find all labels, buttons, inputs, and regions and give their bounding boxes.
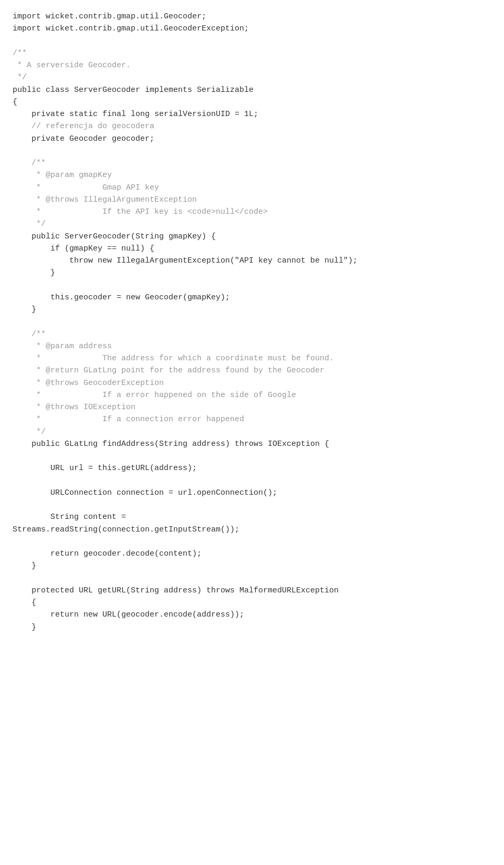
line-49: { [13,598,36,607]
line-18: */ [13,220,46,228]
line-22: } [13,268,55,277]
line-28: * @param address [13,342,112,351]
line-38: URL url = this.getURL(address); [13,464,197,473]
line-19: public ServerGeocoder(String gmapKey) { [13,232,216,241]
line-33: * @throws IOException [13,403,135,412]
line-45: return geocoder.decode(content); [13,549,202,558]
line-15: * Gmap API key [13,183,159,192]
line-7: public class ServerGeocoder implements S… [13,86,254,95]
line-10: // referencja do geocodera [13,122,154,131]
line-21: throw new IllegalArgumentException("API … [13,256,358,265]
line-46: } [13,561,36,570]
line-25: } [13,305,36,314]
line-29: * The address for which a coordinate mus… [13,354,334,363]
line-48: protected URL getURL(String address) thr… [13,586,339,595]
line-1: import wicket.contrib.gmap.util.Geocoder… [13,12,206,21]
line-35: */ [13,428,46,436]
line-16: * @throws IllegalArgumentException [13,195,197,204]
line-13: /** [13,159,46,168]
line-24: this.geocoder = new Geocoder(gmapKey); [13,293,230,302]
line-36: public GLatLng findAddress(String addres… [13,440,329,449]
code-container: import wicket.contrib.gmap.util.Geocoder… [0,0,504,865]
code-block: import wicket.contrib.gmap.util.Geocoder… [13,11,491,633]
line-30: * @return GLatLng point for the address … [13,366,324,375]
line-43: Streams.readString(connection.getInputSt… [13,525,239,534]
line-34: * If a connection error happened [13,415,244,424]
line-8: { [13,98,17,107]
line-32: * If a error happened on the side of Goo… [13,391,296,400]
line-42: String content = [13,513,126,522]
line-20: if (gmapKey == null) { [13,244,154,253]
line-40: URLConnection connection = url.openConne… [13,488,277,497]
line-2: import wicket.contrib.gmap.util.Geocoder… [13,24,249,33]
line-51: } [13,623,36,632]
line-50: return new URL(geocoder.encode(address))… [13,610,244,619]
line-6: */ [13,73,27,82]
line-27: /** [13,330,46,339]
line-17: * If the API key is <code>null</code> [13,207,268,216]
line-5: * A serverside Geocoder. [13,61,131,70]
line-14: * @param gmapKey [13,171,112,180]
line-4: /** [13,49,27,58]
line-31: * @throws GeocoderException [13,379,164,388]
line-9: private static final long serialVersionU… [13,110,258,119]
line-11: private Geocoder geocoder; [13,134,154,143]
